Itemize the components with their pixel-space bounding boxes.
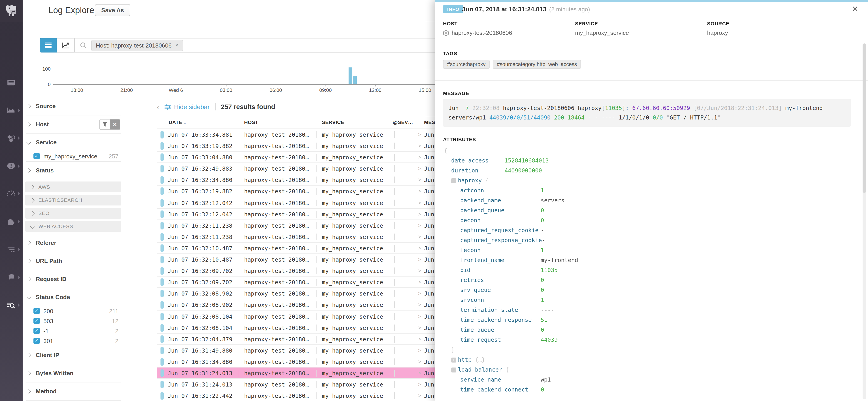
attribute-service_name[interactable]: service_namewp1 bbox=[435, 375, 860, 385]
tag-chip[interactable]: #sourcecategory:http_web_access bbox=[493, 60, 581, 69]
nav-item-metrics[interactable] bbox=[0, 101, 23, 119]
expand-chevron-icon[interactable]: > bbox=[418, 379, 421, 390]
facet-group-web-access[interactable]: WEB ACCESS bbox=[25, 221, 121, 232]
column-header-host[interactable]: HOST bbox=[244, 116, 258, 128]
timeline-bar[interactable] bbox=[348, 67, 352, 84]
column-header-message[interactable]: MES bbox=[424, 116, 435, 128]
attribute-time_request[interactable]: time_request44039 bbox=[435, 335, 860, 345]
datadog-logo[interactable] bbox=[0, 0, 23, 22]
expand-chevron-icon[interactable]: > bbox=[418, 163, 421, 174]
checkbox-checked[interactable]: ✓ bbox=[33, 318, 40, 324]
expand-chevron-icon[interactable]: > bbox=[418, 197, 421, 208]
attribute-srv_queue[interactable]: srv_queue0 bbox=[435, 285, 860, 295]
attribute-time_queue[interactable]: time_queue0 bbox=[435, 325, 860, 335]
expand-chevron-icon[interactable]: > bbox=[418, 322, 421, 333]
expand-chevron-icon[interactable]: > bbox=[418, 242, 421, 254]
column-header-service[interactable]: SERVICE bbox=[322, 116, 344, 128]
column-header-date[interactable]: DATE ↓ bbox=[168, 116, 186, 128]
log-row[interactable]: Jun 07 16:32:09.702haproxy-test-20180…my… bbox=[157, 277, 435, 288]
log-row[interactable]: Jun 07 16:32:19.882haproxy-test-20180…my… bbox=[157, 186, 435, 197]
log-row-selected[interactable]: Jun 07 16:31:24.013haproxy-test-20180…my… bbox=[157, 368, 435, 379]
expand-chevron-icon[interactable]: > bbox=[418, 345, 421, 356]
log-row[interactable]: Jun 07 16:32:09.702haproxy-test-20180…my… bbox=[157, 265, 435, 277]
log-row[interactable]: Jun 07 16:32:10.487haproxy-test-20180…my… bbox=[157, 242, 435, 254]
collapse-minus-icon[interactable]: − bbox=[451, 178, 456, 183]
attribute-frontend_name[interactable]: frontend_namemy-frontend bbox=[435, 255, 860, 265]
facet-group-aws[interactable]: AWS bbox=[25, 181, 121, 192]
close-icon[interactable]: ✕ bbox=[852, 4, 858, 13]
expand-chevron-icon[interactable]: > bbox=[418, 288, 421, 299]
attribute-date_access[interactable]: date_access1528410684013 bbox=[435, 156, 860, 166]
attribute-backend_queue[interactable]: backend_queue0 bbox=[435, 205, 860, 216]
log-row[interactable]: Jun 07 16:32:12.042haproxy-test-20180…my… bbox=[157, 197, 435, 208]
log-row[interactable]: Jun 07 16:32:12.042haproxy-test-20180…my… bbox=[157, 208, 435, 220]
meta-value[interactable]: haproxy bbox=[707, 29, 730, 36]
facet-group-seo[interactable]: SEO bbox=[25, 208, 121, 219]
log-row[interactable]: Jun 07 16:31:49.880haproxy-test-20180…my… bbox=[157, 345, 435, 356]
filter-chip[interactable]: Host: haproxy-test-20180606 × bbox=[91, 39, 183, 51]
attribute-beconn[interactable]: beconn0 bbox=[435, 216, 860, 225]
expand-chevron-icon[interactable]: > bbox=[418, 231, 421, 242]
log-row[interactable]: Jun 07 16:32:34.880haproxy-test-20180…my… bbox=[157, 174, 435, 186]
timeline-chart[interactable]: 100 0 18:0021:00Wed 603:0006:0009:0012:0… bbox=[0, 59, 435, 95]
meta-value[interactable]: haproxy-test-20180606 bbox=[443, 29, 512, 36]
expand-chevron-icon[interactable]: > bbox=[418, 368, 421, 379]
log-row[interactable]: Jun 07 16:31:24.013haproxy-test-20180…my… bbox=[157, 379, 435, 390]
attribute-duration[interactable]: duration44090000000 bbox=[435, 166, 860, 176]
attribute-time_backend_response[interactable]: time_backend_response51 bbox=[435, 315, 860, 325]
expand-plus-icon[interactable]: + bbox=[451, 357, 456, 362]
attribute-srvconn[interactable]: srvconn1 bbox=[435, 295, 860, 305]
log-row[interactable]: Jun 07 16:32:08.902haproxy-test-20180…my… bbox=[157, 299, 435, 311]
facet-client-ip[interactable]: Client IP bbox=[23, 346, 123, 364]
checkbox-checked[interactable]: ✓ bbox=[33, 153, 40, 159]
facet-value-row[interactable]: ✓-12 bbox=[23, 326, 123, 336]
tag-chip[interactable]: #source:haproxy bbox=[443, 60, 490, 69]
attribute-backend_name[interactable]: backend_nameservers bbox=[435, 196, 860, 205]
facet-filter-button[interactable] bbox=[100, 119, 110, 130]
facet-value-row[interactable]: ✓50312 bbox=[23, 316, 123, 326]
panel-scrollbar-thumb[interactable] bbox=[863, 44, 866, 193]
nav-item-events[interactable] bbox=[0, 157, 23, 175]
log-row[interactable]: Jun 07 16:32:49.883haproxy-test-20180…my… bbox=[157, 163, 435, 174]
attribute-actconn[interactable]: actconn1 bbox=[435, 185, 860, 196]
expand-chevron-icon[interactable]: > bbox=[418, 208, 421, 220]
expand-chevron-icon[interactable]: > bbox=[418, 356, 421, 368]
log-message[interactable]: Jun 7 22:32:08 haproxy-test-20180606 hap… bbox=[443, 99, 851, 127]
facet-source[interactable]: Source bbox=[23, 97, 123, 115]
attribute-feconn[interactable]: feconn1 bbox=[435, 245, 860, 255]
expand-chevron-icon[interactable]: > bbox=[418, 152, 421, 163]
log-row[interactable]: Jun 07 16:32:04.879haproxy-test-20180…my… bbox=[157, 333, 435, 345]
log-row[interactable]: Jun 07 16:32:08.104haproxy-test-20180…my… bbox=[157, 322, 435, 333]
timeline-bar[interactable] bbox=[353, 76, 357, 84]
expand-chevron-icon[interactable]: > bbox=[418, 299, 421, 311]
attribute-node-http[interactable]: +http {…} bbox=[435, 355, 860, 365]
collapse-minus-icon[interactable]: − bbox=[451, 367, 456, 372]
expand-chevron-icon[interactable]: > bbox=[418, 174, 421, 186]
expand-chevron-icon[interactable]: > bbox=[418, 140, 421, 152]
attribute-termination_state[interactable]: termination_state---- bbox=[435, 305, 860, 315]
log-row[interactable]: Jun 07 16:33:04.880haproxy-test-20180…my… bbox=[157, 152, 435, 163]
attribute-captured_response_cookie[interactable]: captured_response_cookie- bbox=[435, 235, 860, 245]
expand-chevron-icon[interactable]: > bbox=[418, 186, 421, 197]
nav-item-apm[interactable] bbox=[0, 185, 23, 203]
facet-clear-filter-button[interactable]: ✕ bbox=[110, 119, 120, 130]
hide-sidebar-button[interactable]: Hide sidebar bbox=[164, 103, 210, 110]
facet-bytes-written[interactable]: Bytes Written bbox=[23, 364, 123, 382]
facet-service[interactable]: Service bbox=[23, 134, 123, 151]
attribute-captured_request_cookie[interactable]: captured_request_cookie- bbox=[435, 225, 860, 235]
nav-item-logs[interactable] bbox=[0, 296, 23, 314]
facet-value-row[interactable]: ✓3012 bbox=[23, 336, 123, 346]
log-row[interactable]: Jun 07 16:33:34.881haproxy-test-20180…my… bbox=[157, 129, 435, 140]
meta-value[interactable]: my_haproxy_service bbox=[575, 29, 629, 36]
facet-status-code[interactable]: Status Code bbox=[23, 288, 123, 306]
collapse-chevron-icon[interactable]: ‹ bbox=[157, 103, 159, 111]
log-row[interactable]: Jun 07 16:32:08.902haproxy-test-20180…my… bbox=[157, 288, 435, 299]
log-row[interactable]: Jun 07 16:33:19.882haproxy-test-20180…my… bbox=[157, 140, 435, 152]
save-as-button[interactable]: Save As bbox=[95, 4, 130, 16]
facet-value-row[interactable]: ✓200211 bbox=[23, 306, 123, 316]
expand-chevron-icon[interactable]: > bbox=[418, 129, 421, 140]
attribute-node-load_balancer[interactable]: −load_balancer { bbox=[435, 365, 860, 375]
expand-chevron-icon[interactable]: > bbox=[418, 311, 421, 322]
log-row[interactable]: Jun 07 16:31:34.880haproxy-test-20180…my… bbox=[157, 356, 435, 368]
facet-status[interactable]: Status bbox=[23, 162, 123, 179]
